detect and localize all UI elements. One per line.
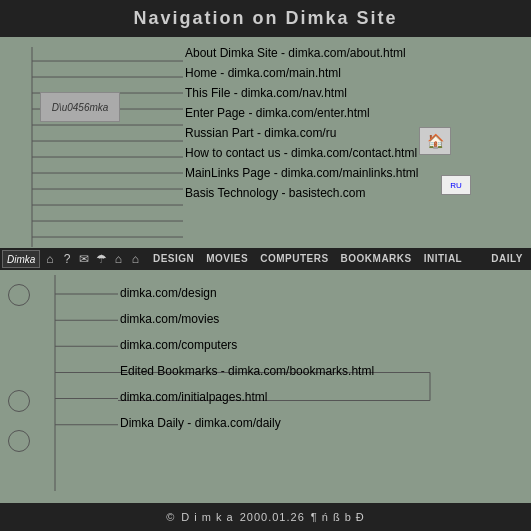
link-russian[interactable]: Russian Part - dimka.com/ru [185, 125, 418, 141]
link-enter[interactable]: Enter Page - dimka.com/enter.html [185, 105, 418, 121]
home-nav-icon[interactable]: ⌂ [42, 252, 57, 266]
header-title: Navigation on Dіmka Site [133, 8, 397, 28]
blink-initialpages[interactable]: dimka.com/initialpages.html [120, 389, 374, 405]
house3-icon[interactable]: ⌂ [128, 252, 143, 266]
blink-movies[interactable]: dimka.com/movies [120, 311, 374, 327]
blink-bookmarks[interactable]: Edited Bookmarks - dimka.com/bookmarks.h… [120, 363, 374, 379]
link-home[interactable]: Home - dimka.com/main.html [185, 65, 418, 81]
ru-icon[interactable]: RU [441, 175, 471, 195]
navbar-bookmarks[interactable]: BOOKMARKS [335, 248, 418, 270]
footer-symbols: ¶ ń ß b Ð [311, 511, 365, 523]
link-thisfile[interactable]: This File - dimka.com/nav.html [185, 85, 418, 101]
blink-computers[interactable]: dimka.com/computers [120, 337, 374, 353]
left-circle-1 [8, 284, 30, 306]
question-icon[interactable]: ? [59, 252, 74, 266]
link-basistech[interactable]: Basis Technology - basistech.com [185, 185, 418, 201]
link-about[interactable]: About Dimka Site - dimka.com/about.html [185, 45, 418, 61]
top-section: D\u0456mka 🏠 RU About Dimka Site - dimka… [0, 37, 531, 257]
link-mainlinks[interactable]: MainLinks Page - dimka.com/mainlinks.htm… [185, 165, 418, 181]
navbar: Dіmka ⌂ ? ✉ ☂ ⌂ ⌂ DESIGN MOVIES COMPUTER… [0, 248, 531, 270]
navbar-initialpages[interactable]: INITIAL PAGES [418, 248, 486, 270]
footer-date: 2000.01.26 [240, 511, 305, 523]
left-circle-2 [8, 390, 30, 412]
left-circle-3 [8, 430, 30, 452]
blink-design[interactable]: dimka.com/design [120, 285, 374, 301]
dimka-logo-top: D\u0456mka [40, 92, 120, 122]
page-header: Navigation on Dіmka Site [0, 0, 531, 37]
blink-daily[interactable]: Dimka Daily - dimka.com/daily [120, 415, 374, 431]
navbar-design[interactable]: DESIGN [147, 248, 200, 270]
footer-brand: D і m k a [181, 511, 233, 523]
navbar-movies[interactable]: MOVIES [200, 248, 254, 270]
top-links-list: About Dimka Site - dimka.com/about.html … [185, 45, 418, 205]
bottom-section: dimka.com/design dimka.com/movies dimka.… [0, 270, 531, 501]
bottom-links-list: dimka.com/design dimka.com/movies dimka.… [120, 285, 374, 441]
mail-icon[interactable]: ✉ [77, 252, 92, 266]
navbar-logo[interactable]: Dіmka [2, 250, 40, 268]
footer-copyright: © [166, 511, 175, 523]
footer: © D і m k a 2000.01.26 ¶ ń ß b Ð [0, 503, 531, 531]
navbar-items: DESIGN MOVIES COMPUTERS BOOKMARKS INITIA… [147, 248, 529, 270]
home-icon[interactable]: 🏠 [419, 127, 451, 155]
house2-icon[interactable]: ⌂ [111, 252, 126, 266]
link-contact[interactable]: How to contact us - dimka.com/contact.ht… [185, 145, 418, 161]
navbar-daily[interactable]: DAILY [485, 248, 529, 270]
navbar-computers[interactable]: COMPUTERS [254, 248, 334, 270]
umbrella-icon[interactable]: ☂ [94, 252, 109, 266]
